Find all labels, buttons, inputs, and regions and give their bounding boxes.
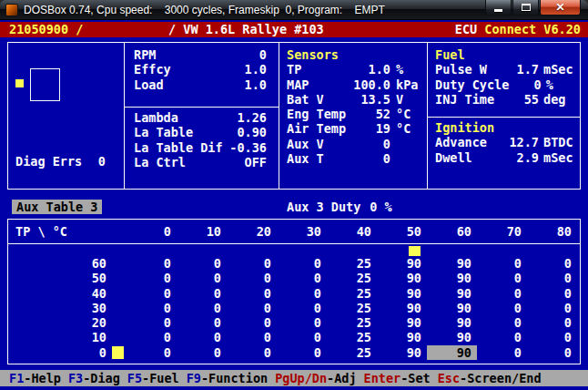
activity-spinner-mid: /	[168, 22, 176, 36]
sensor-row-tp: TP 1.0 %	[279, 62, 427, 77]
aux-table-cell[interactable]: 0	[227, 301, 277, 315]
aux-table-cell[interactable]: 0	[177, 256, 227, 271]
aux-table-cell[interactable]: 0	[227, 256, 277, 271]
sensor-row-engtemp: Eng Temp 52 °C	[279, 107, 427, 121]
aux-table-cell[interactable]: 0	[227, 271, 277, 285]
sensor-row-batv: Bat V 13.5 V	[279, 92, 427, 107]
aux-table-cell[interactable]: 0	[127, 301, 177, 315]
aux-table-cell[interactable]: 0	[477, 315, 527, 330]
column-cursor	[409, 246, 421, 256]
fkey-screen-end-key: Esc	[438, 371, 460, 385]
aux-table-cell[interactable]: 0	[477, 301, 527, 315]
close-button[interactable]: ✕	[540, 0, 581, 15]
aux-table-cell[interactable]: 0	[177, 330, 227, 344]
aux-table-cell[interactable]: 0	[127, 256, 177, 271]
aux-table-cell[interactable]: 0	[277, 256, 327, 271]
aux-row-label: 40	[8, 286, 127, 301]
aux-table-cell[interactable]: 0	[227, 315, 277, 330]
fkey-function[interactable]: F9-Function	[187, 370, 268, 386]
aux-table-cell[interactable]: 0	[277, 315, 327, 330]
ignition-value: 2.9	[504, 150, 539, 165]
aux-table-cell[interactable]: 0	[177, 301, 227, 315]
fuel-unit: deg	[539, 92, 580, 107]
ignition-divider	[428, 117, 580, 118]
aux-table-cell[interactable]: 0	[127, 271, 177, 285]
aux-table-cell[interactable]: 0	[277, 345, 327, 360]
window-controls: ✕	[484, 0, 581, 15]
engine-divider	[125, 107, 279, 108]
aux-table-cell[interactable]: 25	[327, 271, 377, 285]
aux-table-body: 6000002590900050000025909000400000259090…	[8, 256, 580, 360]
aux-table-cell[interactable]: 90	[427, 301, 477, 315]
aux-table-cell[interactable]: 0	[277, 271, 327, 285]
aux-table-cell[interactable]: 25	[327, 315, 377, 330]
aux-table-cell[interactable]: 90	[377, 315, 427, 330]
aux-table-cell[interactable]: 90	[427, 286, 477, 301]
aux-table-cell[interactable]: 0	[177, 271, 227, 285]
aux-table-head: TP \ °C 01020304050607080	[8, 220, 580, 244]
aux-table-cell[interactable]: 0	[527, 330, 577, 344]
fkey-set-key: Enter	[364, 371, 401, 385]
la-table-dif-row: La Table Dif -0.36	[125, 140, 279, 155]
aux-table-cell[interactable]: 0	[177, 345, 227, 360]
aux-table-cell[interactable]: 0	[127, 286, 177, 301]
fkey-screen-end[interactable]: Esc-Screen/End	[438, 370, 542, 386]
aux-table-cell[interactable]: 25	[327, 301, 377, 315]
aux-table-cell[interactable]: 0	[277, 301, 327, 315]
aux-table-cell[interactable]: 0	[527, 315, 577, 330]
fkey-diag[interactable]: F3-Diag	[68, 370, 120, 386]
aux-table-cell[interactable]: 90	[427, 256, 477, 271]
sensor-unit	[390, 151, 427, 166]
aux-table-cell[interactable]: 0	[277, 286, 327, 301]
aux-table-cell[interactable]: 0	[527, 286, 577, 301]
aux-table-cell[interactable]: 0	[127, 330, 177, 344]
aux-table-cell[interactable]: 25	[327, 330, 377, 344]
maximize-button[interactable]	[512, 0, 539, 15]
aux-table-cell[interactable]: 0	[477, 286, 527, 301]
aux-table-cell[interactable]: 0	[177, 286, 227, 301]
aux-table-cell[interactable]: 0	[227, 345, 277, 360]
aux-table-cell[interactable]: 90	[427, 315, 477, 330]
aux-table-cell[interactable]: 90	[427, 330, 477, 344]
fkey-set[interactable]: Enter-Set	[364, 370, 431, 386]
aux-row-label: 30	[8, 301, 127, 315]
aux-table-cell[interactable]: 90	[377, 330, 427, 344]
aux-table-cell[interactable]: 0	[477, 271, 527, 285]
aux-table-cell[interactable]: 90	[377, 301, 427, 315]
aux-table-cell[interactable]: 90	[377, 256, 427, 271]
aux-table-cell[interactable]: 0	[477, 330, 527, 344]
aux-table-cell[interactable]: 0	[227, 286, 277, 301]
lambda-label: Lambda	[134, 110, 178, 125]
aux-table-cell[interactable]: 0	[527, 256, 577, 271]
aux-table-cell[interactable]: 0	[227, 330, 277, 344]
aux-table-cell[interactable]: 0	[527, 345, 577, 360]
aux-table-cell[interactable]: 25	[327, 256, 377, 271]
aux-table-cell[interactable]: 0	[177, 315, 227, 330]
aux-table-cell[interactable]: 0	[527, 271, 577, 285]
aux-table-cell[interactable]: 0	[127, 315, 177, 330]
aux-table-cell[interactable]: 90	[377, 271, 427, 285]
aux-table-cell[interactable]: 90	[377, 345, 427, 360]
aux-table-cell[interactable]: 0	[277, 330, 327, 344]
aux-table-cell[interactable]: 25	[327, 286, 377, 301]
ignition-unit: BTDC	[539, 135, 580, 149]
fkey-fuel[interactable]: F5-Fuel	[127, 370, 179, 386]
aux-table-cell[interactable]: 0	[527, 301, 577, 315]
aux-row-label: 60	[8, 256, 127, 271]
close-icon: ✕	[555, 1, 564, 15]
aux-table-cell[interactable]: 90	[377, 286, 427, 301]
fkey-help[interactable]: F1-Help	[9, 370, 61, 386]
diag-errs-value: 0	[98, 154, 106, 169]
minimize-button[interactable]	[485, 0, 512, 15]
gauges-panel: Diag Errs 0 RPM 0 Effcy 1.0 Load	[7, 42, 581, 190]
aux-table-cell[interactable]: 90	[427, 271, 477, 285]
ignition-block: Ignition Advance 12.7 BTDC Dwell 2.9 mSe…	[428, 120, 580, 165]
effcy-value: 1.0	[171, 62, 267, 77]
fkey-adj[interactable]: PgUp/Dn-Adj	[275, 370, 356, 386]
aux-table-cell[interactable]: 0	[127, 345, 177, 360]
aux-table-cell[interactable]: 0	[477, 256, 527, 271]
aux-table-cell[interactable]: 25	[327, 345, 377, 360]
ignition-label: Dwell	[435, 150, 504, 165]
aux-table-cell[interactable]: 0	[477, 345, 527, 360]
aux-table-cell-selected[interactable]: 90	[427, 345, 477, 360]
